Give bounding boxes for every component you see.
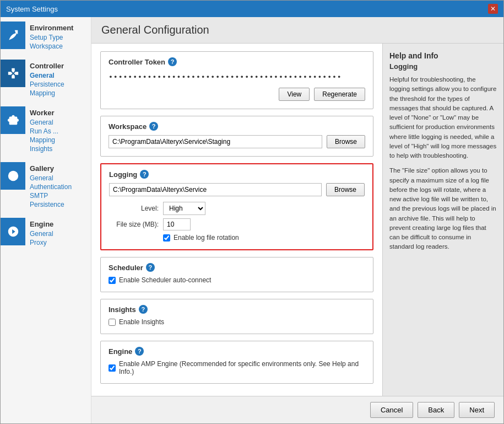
help-paragraph-2: The "File size" option allows you to spe…: [389, 166, 497, 251]
sidebar-item-engine-general[interactable]: General: [30, 229, 53, 238]
insights-section: Insights ? Enable Insights: [100, 299, 373, 334]
log-rotation-label: Enable log file rotation: [174, 234, 239, 241]
token-value: ••••••••••••••••••••••••••••••••••••••••…: [109, 71, 365, 83]
engine-help-icon[interactable]: ?: [135, 347, 144, 356]
workspace-help-icon[interactable]: ?: [149, 122, 158, 131]
system-settings-window: System Settings ✕ Environment Setup Type…: [0, 0, 504, 424]
next-button[interactable]: Next: [459, 402, 495, 418]
workspace-path-input[interactable]: [109, 135, 322, 148]
sidebar-section-worker: Worker General Run As ... Mapping Insigh…: [1, 102, 91, 158]
window-title: System Settings: [6, 5, 58, 13]
auto-connect-label: Enable Scheduler auto-connect: [119, 276, 211, 284]
auto-connect-checkbox[interactable]: [109, 277, 116, 284]
amp-engine-checkbox[interactable]: [109, 364, 116, 372]
worker-group-title: Worker: [30, 109, 58, 117]
engine-section: Engine ? Enable AMP Engine (Recommended …: [100, 341, 373, 384]
enable-insights-checkbox[interactable]: [109, 319, 116, 326]
environment-group-title: Environment: [30, 24, 73, 32]
workspace-label: Workspace: [109, 122, 147, 131]
sidebar-section-controller: Controller General Persistence Mapping: [1, 55, 91, 102]
logging-path-input[interactable]: [109, 183, 322, 196]
regenerate-button[interactable]: Regenerate: [314, 88, 365, 101]
cancel-button[interactable]: Cancel: [370, 402, 413, 418]
controller-token-section: Controller Token ? •••••••••••••••••••••…: [100, 51, 373, 109]
gallery-icon: [7, 170, 19, 182]
workspace-browse-button[interactable]: Browse: [327, 135, 365, 148]
file-size-input[interactable]: [163, 218, 191, 230]
sidebar-item-insights[interactable]: Insights: [30, 144, 58, 153]
logging-help-icon[interactable]: ?: [140, 170, 149, 179]
footer: Cancel Back Next: [91, 396, 503, 423]
sidebar-item-persistence[interactable]: Persistence: [30, 80, 64, 89]
file-size-label: File size (MB):: [109, 221, 159, 228]
main-header: General Configuration: [91, 17, 503, 44]
enable-insights-label: Enable Insights: [119, 318, 164, 326]
scheduler-label: Scheduler: [109, 264, 143, 272]
sidebar-section-environment: Environment Setup Type Workspace: [1, 17, 91, 55]
amp-engine-label: Enable AMP Engine (Recommended for speci…: [119, 360, 365, 375]
sidebar-item-authentication[interactable]: Authentication: [30, 183, 72, 191]
sidebar-item-worker-general[interactable]: General: [30, 118, 58, 127]
view-button[interactable]: View: [279, 88, 310, 101]
workspace-section: Workspace ? Browse: [100, 116, 373, 157]
page-title: General Configuration: [101, 24, 494, 36]
controller-icon: [7, 67, 19, 79]
worker-icon-bg: [1, 106, 25, 134]
logging-section: Logging ? Browse Level: High: [100, 163, 373, 250]
sidebar-section-engine: Engine General Proxy: [1, 213, 91, 251]
sidebar-item-mapping[interactable]: Mapping: [30, 89, 64, 98]
close-button[interactable]: ✕: [488, 4, 498, 14]
controller-icon-bg: [1, 60, 25, 87]
sidebar-item-setup-type[interactable]: Setup Type: [30, 33, 73, 42]
help-title: Help and Info: [389, 51, 497, 60]
worker-icon: [7, 114, 19, 126]
controller-token-help-icon[interactable]: ?: [168, 57, 177, 66]
sidebar-item-run-as[interactable]: Run As ...: [30, 127, 58, 136]
engine-label: Engine: [109, 347, 132, 356]
engine-icon: [7, 226, 19, 238]
leaf-icon: [7, 29, 19, 41]
sidebar: Environment Setup Type Workspace Control…: [1, 17, 91, 423]
logging-browse-button[interactable]: Browse: [326, 183, 365, 196]
log-rotation-checkbox[interactable]: [163, 234, 170, 241]
level-select[interactable]: High None Low Medium: [163, 202, 205, 215]
environment-icon: [1, 22, 25, 49]
help-paragraph-1: Helpful for troubleshooting, the logging…: [389, 75, 497, 160]
help-subtitle: Logging: [389, 62, 497, 71]
help-panel: Help and Info Logging Helpful for troubl…: [382, 44, 503, 396]
scheduler-help-icon[interactable]: ?: [146, 263, 155, 272]
main-area: General Configuration Controller Token ?…: [91, 17, 503, 423]
insights-label: Insights: [109, 305, 136, 314]
engine-icon-bg: [1, 218, 25, 245]
controller-group-title: Controller: [30, 62, 64, 70]
sidebar-item-proxy[interactable]: Proxy: [30, 238, 53, 247]
logging-label: Logging: [109, 170, 137, 179]
sidebar-item-workspace[interactable]: Workspace: [30, 42, 73, 51]
sidebar-item-gallery-general[interactable]: General: [30, 174, 72, 183]
insights-help-icon[interactable]: ?: [139, 305, 148, 314]
sidebar-item-worker-mapping[interactable]: Mapping: [30, 136, 58, 144]
body: Environment Setup Type Workspace Control…: [1, 17, 503, 423]
gallery-icon-bg: [1, 162, 25, 190]
sidebar-item-smtp[interactable]: SMTP: [30, 191, 72, 200]
main-body: Controller Token ? •••••••••••••••••••••…: [91, 44, 503, 396]
main-content: Controller Token ? •••••••••••••••••••••…: [91, 44, 382, 396]
back-button[interactable]: Back: [418, 402, 454, 418]
gallery-group-title: Gallery: [30, 164, 72, 173]
engine-group-title: Engine: [30, 220, 53, 228]
scheduler-section: Scheduler ? Enable Scheduler auto-connec…: [100, 257, 373, 292]
level-label: Level:: [109, 205, 159, 212]
controller-token-label: Controller Token: [109, 58, 165, 66]
sidebar-item-controller-general[interactable]: General: [30, 71, 64, 80]
title-bar: System Settings ✕: [1, 1, 503, 17]
sidebar-section-gallery: Gallery General Authentication SMTP Pers…: [1, 158, 91, 213]
sidebar-item-gallery-persistence[interactable]: Persistence: [30, 200, 72, 209]
